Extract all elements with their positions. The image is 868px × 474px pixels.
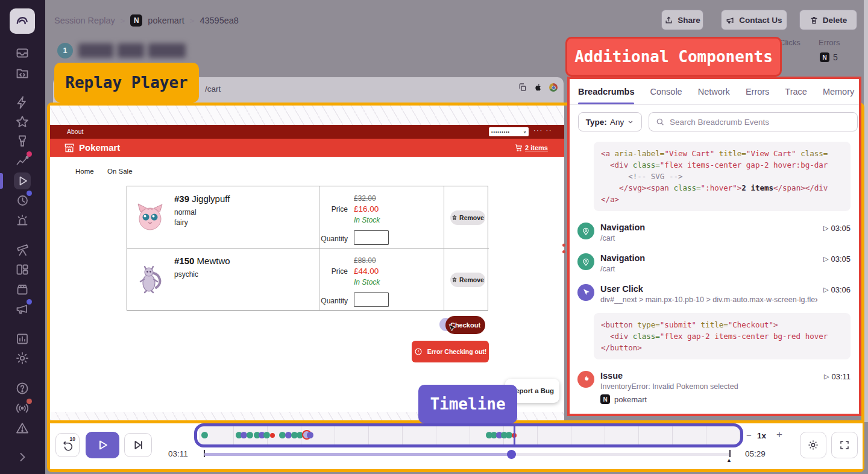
event-title: User Click (600, 284, 817, 294)
panel-resize-grip[interactable] (562, 250, 565, 253)
quantity-input[interactable] (354, 230, 389, 245)
event-timestamp[interactable]: ▷03:05 (823, 253, 851, 273)
tab-console[interactable]: Console (650, 79, 682, 104)
sidebar-item-inbox[interactable] (14, 45, 31, 62)
sidebar-item-dashboard-grid[interactable] (14, 261, 31, 278)
timeline-cursor[interactable] (514, 426, 515, 444)
sidebar-item-replay-play[interactable] (14, 172, 31, 189)
search-input[interactable] (670, 118, 851, 127)
skip-to-end-button[interactable] (124, 433, 152, 457)
sidebar-item-code-folder[interactable] (14, 65, 31, 81)
type-filter-label: Type: (586, 118, 607, 127)
sidebar-item-chevron-right[interactable] (14, 449, 31, 466)
type-filter-value: Any (610, 118, 624, 127)
site-menu-about[interactable]: About (67, 128, 83, 135)
active-nav-indicator (0, 173, 3, 189)
stock-status: In Stock (354, 278, 380, 286)
sidebar-item-stats-bars[interactable] (14, 330, 31, 347)
product-name: #39 Jigglypuff (174, 194, 230, 204)
progress-slider[interactable] (204, 453, 731, 456)
site-top-menu: About •••••••••∨ ··· ·· (50, 125, 564, 139)
canvas-padding-hatch (50, 106, 564, 125)
breadcrumb-event-issue[interactable]: IssueInventoryError: Invalid Pokemon sel… (570, 365, 859, 409)
notification-dot (27, 399, 32, 404)
sidebar-item-megaphone[interactable] (14, 300, 31, 317)
session-replay-page: Session Replay > N pokemart > 43595ea8 S… (0, 0, 868, 474)
sidebar-item-flashlight[interactable] (14, 133, 31, 150)
tab-breadcrumbs[interactable]: Breadcrumbs (578, 79, 634, 104)
breadcrumb-event-user-click[interactable]: User Clickdiv#__next > main.px-10.pb-10 … (570, 279, 859, 309)
tab-errors[interactable]: Errors (746, 79, 769, 104)
sidebar-item-archive-box[interactable] (14, 281, 31, 298)
cursor-icon (577, 284, 594, 301)
sidebar-item-siren[interactable] (14, 212, 31, 229)
sidebar-item-warning-triangle[interactable] (14, 420, 31, 437)
rewind-10s-button[interactable]: 10 (55, 433, 80, 457)
share-icon (664, 16, 673, 25)
nextjs-project-icon: N (600, 394, 610, 404)
megaphone-icon (726, 16, 735, 25)
sidebar-item-chart-line[interactable] (14, 153, 31, 169)
delete-button[interactable]: Delete (799, 10, 857, 30)
breadcrumb-project[interactable]: pokemart (148, 16, 184, 25)
progress-handle[interactable] (507, 450, 516, 459)
breadcrumb-event-navigation[interactable]: Navigation/cart▷03:05 (570, 248, 859, 279)
tab-memory[interactable]: Memory (823, 79, 854, 104)
sidebar-item-lightning[interactable] (14, 94, 31, 111)
timeline-event-dot-green[interactable] (247, 432, 253, 438)
timeline-event-dot-red[interactable] (270, 433, 275, 438)
trash-icon (810, 16, 819, 25)
zoom-in-button[interactable]: + (776, 429, 782, 441)
breadcrumb-search[interactable] (649, 112, 858, 131)
sidebar-item-star[interactable] (14, 113, 31, 130)
event-title: Navigation (600, 253, 817, 263)
event-timestamp[interactable]: ▷03:06 (823, 284, 851, 304)
remove-button[interactable]: Remove (450, 210, 485, 225)
fullscreen-button[interactable] (831, 432, 858, 458)
play-button[interactable] (86, 432, 119, 458)
notification-dot (27, 299, 32, 305)
quantity-input[interactable] (354, 292, 389, 307)
sidebar-item-gear[interactable] (14, 350, 31, 367)
sidebar-item-telescope[interactable] (14, 241, 31, 258)
replay-url: /cart (205, 84, 221, 93)
timeline-event-dot-green[interactable] (201, 432, 208, 438)
replay-settings-button[interactable] (800, 432, 826, 458)
event-timestamp[interactable]: ▷03:05 (823, 223, 851, 242)
type-filter-dropdown[interactable]: Type: Any (578, 112, 642, 131)
sidebar-item-broadcast[interactable] (14, 400, 31, 417)
speed-value: 1x (757, 431, 766, 440)
remove-button[interactable]: Remove (450, 273, 485, 287)
breadcrumb-replay-id: 43595ea8 (200, 16, 239, 25)
timeline-event-dot-purple[interactable] (307, 432, 313, 438)
panel-resize-grip[interactable] (562, 244, 565, 247)
site-cart-link[interactable]: 2 items (525, 144, 548, 151)
site-masked-select[interactable]: •••••••••∨ (489, 127, 529, 136)
cart-icon[interactable] (514, 143, 523, 152)
page-scrollbar[interactable] (864, 0, 868, 422)
sentry-logo[interactable] (10, 8, 35, 34)
annotation-replay-player: Replay Player (54, 63, 199, 103)
tab-network[interactable]: Network (698, 79, 730, 104)
breadcrumb-section[interactable]: Session Replay (54, 16, 115, 25)
breadcrumb-separator: > (190, 16, 195, 25)
timeline-strip[interactable] (200, 426, 740, 444)
timeline-event-dot-green[interactable] (263, 432, 270, 438)
contact-us-button[interactable]: Contact Us (721, 10, 787, 30)
event-description: InventoryError: Invalid Pokemon selected (600, 382, 818, 391)
tab-trace[interactable]: Trace (785, 79, 807, 104)
session-avatar: 1 (57, 43, 73, 58)
sidebar-item-help-circle[interactable] (14, 380, 31, 397)
event-timestamp[interactable]: ▷03:11 (824, 371, 851, 404)
copy-icon[interactable] (518, 83, 527, 92)
site-nav-home[interactable]: Home (75, 168, 94, 175)
breadcrumb-event-navigation[interactable]: Navigation/cart▷03:05 (570, 217, 859, 248)
share-button[interactable]: Share (661, 10, 703, 30)
jigglypuff-image (136, 203, 165, 232)
sidebar-item-history-clock[interactable] (14, 192, 31, 209)
zoom-out-button[interactable]: − (746, 430, 752, 440)
site-brand[interactable]: Pokemart (79, 142, 120, 153)
site-nav-onsale[interactable]: On Sale (107, 168, 133, 175)
search-icon (655, 117, 665, 127)
play-icon (95, 438, 110, 452)
